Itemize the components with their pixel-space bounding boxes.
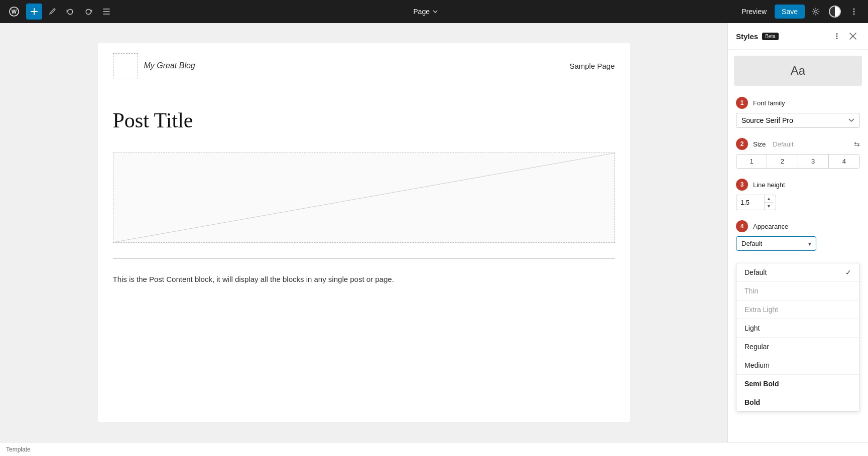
- size-btn-1[interactable]: 1: [736, 155, 767, 168]
- appearance-section: 4 Appearance Default ▼: [728, 215, 868, 256]
- spinner-up[interactable]: ▲: [765, 195, 773, 202]
- add-block-button[interactable]: [26, 4, 42, 20]
- dropdown-item-semibold[interactable]: Semi Bold: [736, 375, 859, 393]
- save-button[interactable]: Save: [775, 5, 805, 19]
- beta-badge: Beta: [762, 33, 779, 40]
- dark-mode-button[interactable]: [827, 4, 843, 20]
- page-content: My Great Blog Sample Page Post Title Thi…: [98, 43, 630, 422]
- svg-point-2: [815, 11, 817, 13]
- spinner-down[interactable]: ▼: [765, 203, 773, 210]
- panel-header: Styles Beta: [728, 23, 868, 50]
- more-options-button[interactable]: [846, 4, 862, 20]
- dropdown-item-bold[interactable]: Bold: [736, 393, 859, 411]
- post-title[interactable]: Post Title: [113, 108, 615, 132]
- settings-button[interactable]: [808, 4, 824, 20]
- post-body[interactable]: This is the Post Content block, it will …: [113, 273, 615, 285]
- step3-circle: 3: [736, 179, 748, 191]
- undo-button[interactable]: [62, 4, 78, 20]
- font-preview: Aa: [734, 56, 862, 86]
- appearance-dropdown-section: Default ✓ Thin Extra Light Light Regular…: [728, 256, 868, 419]
- size-section: 2 Size Default ⇆ 1 2 3 4: [728, 133, 868, 174]
- main-layout: My Great Blog Sample Page Post Title Thi…: [0, 23, 868, 442]
- svg-point-7: [836, 36, 838, 37]
- page-selector-label: Page: [413, 8, 430, 16]
- appearance-label: Appearance: [753, 223, 788, 230]
- line-height-field[interactable]: [736, 196, 764, 209]
- font-family-section: 1 Font family Source Serif Pro: [728, 92, 868, 133]
- checkmark-icon: ✓: [845, 268, 851, 276]
- svg-point-6: [836, 33, 838, 35]
- preview-button[interactable]: Preview: [736, 5, 772, 19]
- dropdown-item-medium[interactable]: Medium: [736, 356, 859, 375]
- step2-circle: 2: [736, 138, 748, 150]
- page-selector-button[interactable]: Page: [408, 5, 443, 19]
- svg-point-4: [853, 11, 855, 13]
- svg-point-3: [853, 9, 855, 10]
- bottom-bar: Template: [0, 442, 868, 456]
- dropdown-item-regular[interactable]: Regular: [736, 338, 859, 356]
- edit-mode-button[interactable]: [44, 4, 60, 20]
- site-title[interactable]: My Great Blog: [144, 61, 195, 70]
- canvas-area[interactable]: My Great Blog Sample Page Post Title Thi…: [0, 23, 727, 442]
- svg-point-8: [836, 38, 838, 39]
- list-view-button[interactable]: [98, 4, 114, 20]
- appearance-select-wrapper: Default ▼: [736, 236, 816, 251]
- size-default-label: Default: [773, 140, 793, 148]
- size-btn-2[interactable]: 2: [767, 155, 798, 168]
- size-label: Size: [753, 140, 766, 148]
- font-family-label: Font family: [753, 99, 785, 107]
- top-toolbar: W Page Preview Save: [0, 0, 868, 23]
- step1-circle: 1: [736, 97, 748, 109]
- line-height-section: 3 Line height ▲ ▼: [728, 174, 868, 215]
- dropdown-item-default[interactable]: Default ✓: [736, 263, 859, 282]
- dropdown-item-thin[interactable]: Thin: [736, 282, 859, 300]
- site-header: My Great Blog Sample Page: [98, 43, 630, 88]
- size-btn-3[interactable]: 3: [798, 155, 829, 168]
- step4-circle: 4: [736, 220, 748, 232]
- image-placeholder[interactable]: [113, 153, 615, 243]
- spinner-buttons: ▲ ▼: [764, 195, 773, 210]
- template-label: Template: [6, 446, 31, 453]
- site-nav: Sample Page: [569, 62, 614, 70]
- svg-text:W: W: [12, 9, 17, 15]
- appearance-select[interactable]: Default: [736, 236, 816, 251]
- wp-logo[interactable]: W: [6, 4, 22, 20]
- line-height-input-wrapper: ▲ ▼: [736, 195, 776, 210]
- post-area: Post Title This is the Post Content bloc…: [98, 88, 630, 295]
- divider: [113, 258, 615, 258]
- size-reset-icon[interactable]: ⇆: [854, 140, 860, 148]
- font-family-select[interactable]: Source Serif Pro: [736, 113, 860, 128]
- redo-button[interactable]: [80, 4, 96, 20]
- site-logo: [113, 53, 138, 78]
- dropdown-item-light[interactable]: Light: [736, 319, 859, 338]
- panel-close-button[interactable]: [846, 29, 860, 43]
- panel-more-button[interactable]: [830, 29, 844, 43]
- line-height-label: Line height: [753, 181, 785, 189]
- panel-title: Styles: [736, 32, 758, 41]
- dropdown-item-extra-light[interactable]: Extra Light: [736, 300, 859, 319]
- size-btn-4[interactable]: 4: [829, 155, 859, 168]
- appearance-dropdown-menu: Default ✓ Thin Extra Light Light Regular…: [736, 263, 860, 412]
- nav-item[interactable]: Sample Page: [569, 62, 614, 70]
- right-panel: Styles Beta Aa 1 Font family: [727, 23, 868, 442]
- size-buttons-group: 1 2 3 4: [736, 154, 860, 169]
- svg-point-5: [853, 14, 855, 15]
